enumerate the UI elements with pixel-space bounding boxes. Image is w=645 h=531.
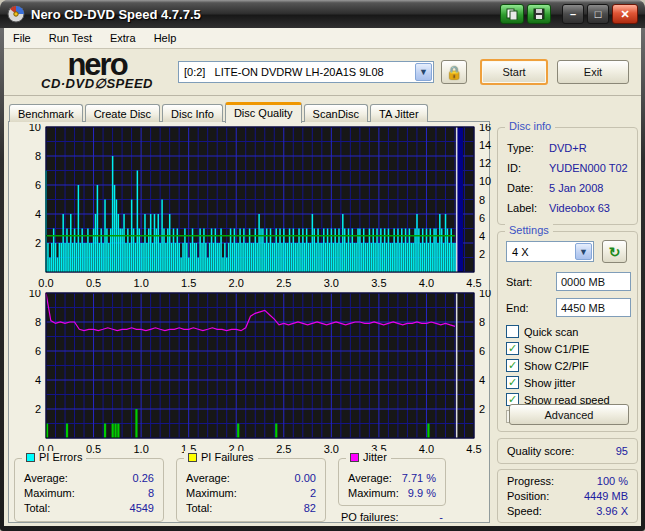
tab-scandisc[interactable]: ScanDisc (304, 104, 368, 122)
svg-text:4: 4 (479, 230, 485, 242)
checkbox-label: Show C2/PIF (524, 360, 589, 372)
jitter-row-value: 9.9 % (408, 487, 436, 499)
menu-help[interactable]: Help (145, 28, 186, 48)
checkbox-icon[interactable] (506, 325, 519, 338)
pi-failures-row-value: 2 (310, 487, 316, 499)
logo-text-cddvdspeed: CD·DVD∅SPEED (16, 76, 178, 91)
svg-text:14: 14 (479, 139, 491, 151)
checkbox-label: Show jitter (524, 377, 575, 389)
svg-text:2: 2 (35, 403, 41, 415)
pi-errors-row-label: Maximum: (24, 487, 75, 499)
refresh-icon: ↻ (609, 244, 621, 260)
pi-errors-legend-swatch (26, 453, 35, 462)
save-button[interactable] (527, 4, 551, 24)
svg-text:2.0: 2.0 (229, 277, 244, 289)
tab-benchmark[interactable]: Benchmark (9, 104, 83, 122)
svg-text:6: 6 (35, 179, 41, 191)
start-position-label: Start: (506, 276, 532, 288)
svg-text:1.0: 1.0 (133, 443, 148, 455)
tab-disc-quality[interactable]: Disc Quality (225, 102, 302, 123)
quality-score-panel: Quality score: 95 (497, 438, 638, 464)
end-position-field[interactable] (556, 298, 631, 317)
titlebar: Nero CD-DVD Speed 4.7.7.5 – □ ✕ (0, 0, 645, 28)
menu-extra[interactable]: Extra (101, 28, 145, 48)
checkbox-show-jitter[interactable]: ✓Show jitter (506, 375, 575, 390)
scan-speed-selector[interactable]: 4 X ▼ (506, 241, 594, 262)
disc-info-value: YUDEN000 T02 (549, 162, 628, 174)
pi-failures-panel: PI Failures Average:0.00Maximum:2Total:8… (176, 458, 326, 522)
checkbox-quick-scan[interactable]: Quick scan (506, 324, 578, 339)
checkbox-show-c2-pif[interactable]: ✓Show C2/PIF (506, 358, 589, 373)
refresh-button[interactable]: ↻ (602, 240, 627, 263)
checkbox-icon[interactable]: ✓ (506, 342, 519, 355)
pi-failures-row-label: Average: (186, 472, 230, 484)
svg-text:4.5: 4.5 (466, 277, 481, 289)
pi-failures-row: Total:82 (177, 500, 325, 515)
svg-text:6: 6 (35, 345, 41, 357)
drive-selector[interactable]: [0:2] LITE-ON DVDRW LH-20A1S 9L08 ▼ (178, 61, 434, 83)
svg-text:3.0: 3.0 (324, 443, 339, 455)
svg-text:10: 10 (29, 290, 41, 299)
disc-info-row: Label:Videobox 63 (498, 198, 637, 218)
minimize-button[interactable]: – (562, 4, 584, 24)
menu-file[interactable]: File (4, 28, 40, 48)
progress-row-label: Position: (507, 490, 549, 502)
disc-info-row: Date:5 Jan 2008 (498, 178, 637, 198)
jitter-row: Maximum:9.9 % (339, 485, 445, 500)
checkbox-icon[interactable]: ✓ (506, 359, 519, 372)
svg-text:0.5: 0.5 (86, 443, 101, 455)
chevron-down-icon[interactable]: ▼ (415, 63, 432, 81)
progress-row-label: Progress: (507, 475, 554, 487)
exit-button[interactable]: Exit (557, 60, 629, 84)
disc-info-label: Label: (507, 202, 549, 214)
nero-logo: nero CD·DVD∅SPEED (16, 51, 178, 91)
pi-errors-row: Maximum:8 (15, 485, 163, 500)
svg-text:2.5: 2.5 (276, 443, 291, 455)
pi-errors-panel: PI Errors Average:0.26Maximum:8Total:454… (14, 458, 164, 522)
checkbox-label: Quick scan (524, 326, 578, 338)
progress-row-value: 4449 MB (584, 490, 628, 502)
pi-failures-row: Maximum:2 (177, 485, 325, 500)
advanced-button[interactable]: Advanced (509, 404, 629, 425)
po-failures-label: PO failures: (341, 511, 398, 523)
svg-text:2: 2 (479, 403, 485, 415)
jitter-chart: 2468102468100.00.51.01.52.02.53.03.54.04… (8, 290, 508, 456)
svg-text:3.0: 3.0 (324, 277, 339, 289)
tab-create-disc[interactable]: Create Disc (85, 104, 160, 122)
eject-button[interactable]: 🔒 (441, 60, 467, 84)
svg-text:4.0: 4.0 (419, 277, 434, 289)
checkbox-show-c1-pie[interactable]: ✓Show C1/PIE (506, 341, 589, 356)
lock-icon: 🔒 (446, 65, 462, 80)
svg-text:2: 2 (479, 248, 485, 260)
pi-failures-row-value: 82 (304, 502, 316, 514)
copy-button[interactable] (500, 4, 524, 24)
progress-row: Progress:100 % (498, 473, 637, 488)
start-position-field[interactable] (556, 272, 631, 291)
jitter-row-label: Maximum: (348, 487, 399, 499)
pi-failures-row-value: 0.00 (295, 472, 316, 484)
progress-panel: Progress:100 %Position:4449 MBSpeed:3.96… (497, 469, 638, 523)
menu-run-test[interactable]: Run Test (40, 28, 101, 48)
tab-ta-jitter[interactable]: TA Jitter (370, 104, 428, 122)
pi-failures-row-label: Maximum: (186, 487, 237, 499)
chevron-down-icon[interactable]: ▼ (575, 243, 592, 260)
disc-info-row: Type:DVD+R (498, 138, 637, 158)
quality-score-label: Quality score: (507, 445, 574, 457)
close-button[interactable]: ✕ (612, 4, 638, 24)
logo-text-nero: nero (16, 51, 178, 78)
svg-text:10: 10 (479, 290, 491, 299)
svg-text:2.5: 2.5 (276, 277, 291, 289)
start-button[interactable]: Start (480, 59, 548, 85)
disc-info-caption: Disc info (505, 120, 555, 132)
progress-row: Speed:3.96 X (498, 503, 637, 518)
app-window: Nero CD-DVD Speed 4.7.7.5 – □ ✕ FileRun … (0, 0, 645, 531)
tab-disc-info[interactable]: Disc Info (162, 104, 223, 122)
progress-row-label: Speed: (507, 505, 542, 517)
pi-errors-row: Average:0.26 (15, 470, 163, 485)
pi-errors-chart: 2468102468101214160.00.51.01.52.02.53.03… (8, 124, 508, 290)
end-position-label: End: (506, 302, 529, 314)
svg-text:6: 6 (479, 212, 485, 224)
maximize-button[interactable]: □ (587, 4, 609, 24)
jitter-row-label: Average: (348, 472, 392, 484)
checkbox-icon[interactable]: ✓ (506, 376, 519, 389)
